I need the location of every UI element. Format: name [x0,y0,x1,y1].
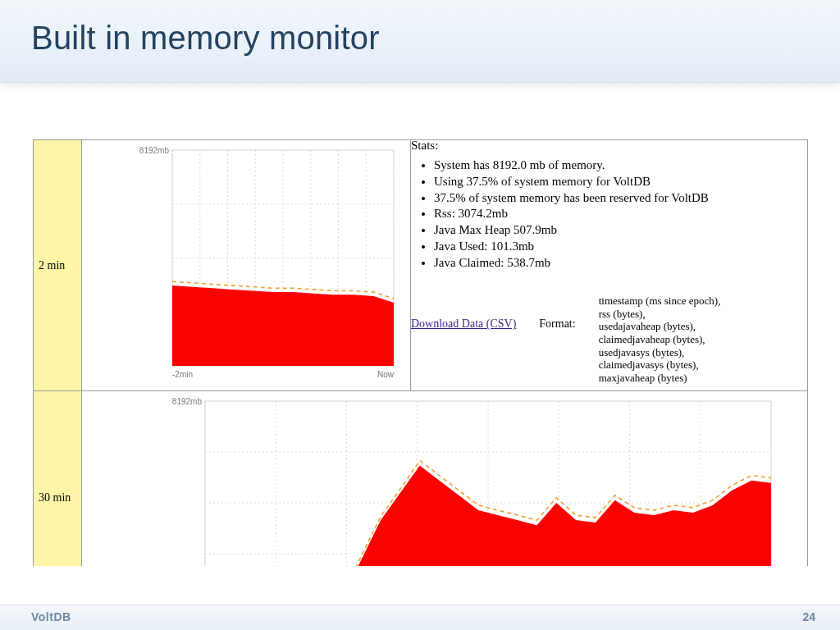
stats-item: Java Claimed: 538.7mb [434,255,807,271]
download-row: Download Data (CSV) Format: timestamp (m… [411,294,807,384]
stats-cell: Stats: System has 8192.0 mb of memory.Us… [411,140,808,391]
memory-monitor-table: 2 min 8192mb-2minNow Stats: System has 8… [33,139,808,566]
format-label: Format: [539,294,575,331]
stats-item: Java Used: 101.3mb [434,239,807,254]
chart-30min: 8192mb-30minNow [82,391,804,566]
page-number: 24 [802,610,815,623]
svg-text:8192mb: 8192mb [139,146,170,155]
stats-list: System has 8192.0 mb of memory.Using 37.… [411,158,807,270]
title-band: Built in memory monitor [0,0,840,83]
format-description: timestamp (ms since epoch),rss (bytes),u… [599,294,721,384]
stats-item: Rss: 3074.2mb [434,206,807,221]
slide-title: Built in memory monitor [0,0,840,57]
time-strip-30min: 30 min [34,391,82,567]
svg-text:8192mb: 8192mb [172,397,203,406]
chart-2min-cell: 8192mb-2minNow [82,140,411,391]
stats-item: System has 8192.0 mb of memory. [434,158,807,173]
stats-item: Using 37.5% of system memory for VoltDB [434,174,807,189]
svg-text:Now: Now [377,370,395,379]
download-csv-link[interactable]: Download Data (CSV) [411,294,516,331]
footer-brand: VoltDB [31,610,71,623]
time-label-2min: 2 min [39,259,65,272]
time-strip-2min: 2 min [34,140,82,391]
stats-item: 37.5% of system memory has been reserved… [434,190,807,206]
monitor-row-30min: 30 min 8192mb-30minNow [34,391,808,567]
monitor-row-2min: 2 min 8192mb-2minNow Stats: System has 8… [34,140,808,391]
chart-2min: 8192mb-2minNow [82,140,410,390]
svg-text:-2min: -2min [172,370,193,379]
stats-item: Java Max Heap 507.9mb [434,222,807,238]
stats-heading: Stats: [411,139,807,153]
slide-body: 2 min 8192mb-2minNow Stats: System has 8… [33,139,808,566]
chart-30min-cell: 8192mb-30minNow [82,391,808,567]
slide-footer: VoltDB 24 [0,605,840,630]
time-label-30min: 30 min [39,491,71,504]
